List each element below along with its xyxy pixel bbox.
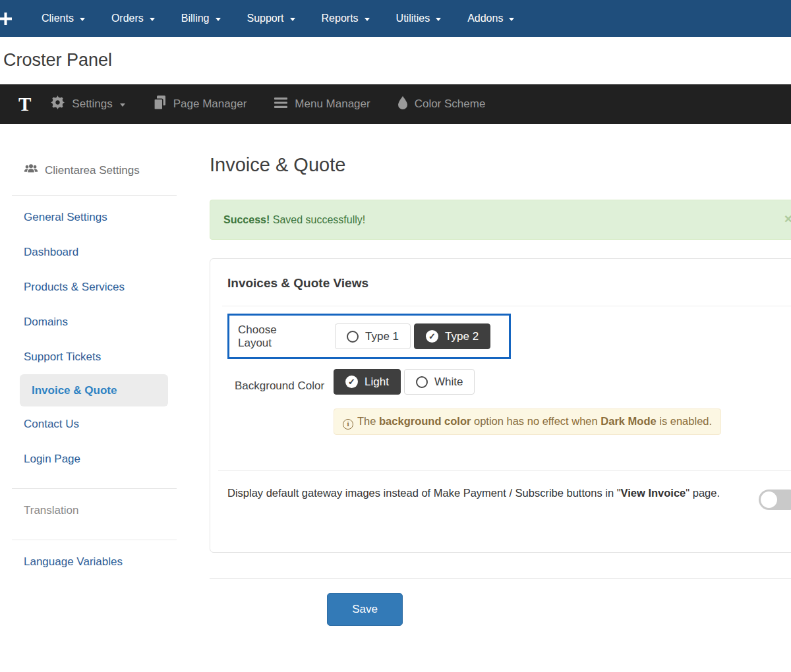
success-alert: Success! Saved successfully! × bbox=[210, 200, 791, 240]
nav-item-addons[interactable]: Addons bbox=[454, 0, 527, 37]
chevron-down-icon bbox=[150, 18, 155, 21]
gateway-images-toggle[interactable] bbox=[759, 490, 791, 510]
nav-item-label: Clients bbox=[42, 13, 74, 24]
nav-item-label: Billing bbox=[181, 13, 210, 24]
sidebar-item-support-tickets[interactable]: Support Tickets bbox=[24, 339, 210, 374]
note-bold: Dark Mode bbox=[601, 415, 656, 427]
sidebar-section-title: Clientarea Settings bbox=[45, 163, 140, 178]
chevron-down-icon bbox=[80, 18, 85, 21]
dark-mode-info-note: iThe background color option has no effe… bbox=[334, 408, 721, 435]
hamburger-icon bbox=[274, 98, 287, 111]
divider bbox=[222, 306, 791, 306]
admin-top-nav: Clients Orders Billing Support Reports U… bbox=[0, 0, 791, 37]
note-text: is enabled. bbox=[657, 415, 712, 427]
option-label: White bbox=[434, 376, 463, 389]
toolbar-item-page-manager[interactable]: Page Manager bbox=[153, 96, 247, 113]
note-text: option has no effect when bbox=[471, 415, 601, 427]
nav-item-utilities[interactable]: Utilities bbox=[383, 0, 455, 37]
sidebar-item-dashboard[interactable]: Dashboard bbox=[24, 235, 210, 269]
gateway-row-bold: View Invoice bbox=[621, 487, 686, 499]
gateway-row-text: Display default gateway images instead o… bbox=[227, 487, 621, 499]
layout-option-group: Type 1 ✓ Type 2 bbox=[335, 323, 490, 349]
radio-unchecked-icon bbox=[347, 331, 359, 343]
users-group-icon bbox=[24, 163, 38, 178]
option-label: Type 2 bbox=[445, 330, 479, 343]
close-icon[interactable]: × bbox=[784, 211, 791, 225]
sidebar-item-invoice-quote[interactable]: Invoice & Quote bbox=[20, 374, 168, 406]
gateway-row-text: " page. bbox=[686, 487, 720, 499]
sidebar-item-login-page[interactable]: Login Page bbox=[24, 441, 210, 476]
save-button[interactable]: Save bbox=[327, 593, 403, 626]
content-layout: Clientarea Settings General Settings Das… bbox=[0, 124, 791, 672]
plus-icon[interactable] bbox=[0, 13, 14, 25]
chevron-down-icon bbox=[436, 18, 441, 21]
main-content: Invoice & Quote Success! Saved successfu… bbox=[210, 124, 791, 672]
nav-item-billing[interactable]: Billing bbox=[168, 0, 234, 37]
sidebar-item-language-variables[interactable]: Language Variables bbox=[24, 544, 210, 579]
divider bbox=[12, 488, 177, 489]
page-title: Invoice & Quote bbox=[210, 154, 791, 175]
chevron-down-icon bbox=[216, 18, 221, 21]
alert-strong-text: Success! bbox=[223, 214, 270, 225]
divider bbox=[218, 470, 791, 471]
chevron-down-icon bbox=[290, 18, 295, 21]
gateway-images-row: Display default gateway images instead o… bbox=[227, 485, 748, 501]
sidebar-item-contact-us[interactable]: Contact Us bbox=[24, 406, 210, 441]
sidebar-item-translation: Translation bbox=[24, 493, 210, 528]
option-label: Type 1 bbox=[365, 330, 399, 343]
nav-item-label: Support bbox=[247, 13, 284, 24]
background-option-group: ✓ Light White bbox=[334, 369, 721, 395]
background-color-label: Background Color bbox=[235, 369, 334, 435]
toolbar-item-label: Page Manager bbox=[173, 98, 247, 111]
radio-unchecked-icon bbox=[416, 376, 428, 388]
toolbar-item-menu-manager[interactable]: Menu Manager bbox=[274, 98, 370, 111]
pages-icon bbox=[153, 96, 166, 113]
choose-layout-row: Choose Layout Type 1 ✓ Type 2 bbox=[227, 314, 511, 359]
background-color-row: Background Color ✓ Light White iThe b bbox=[227, 369, 778, 435]
toolbar-item-label: Settings bbox=[72, 98, 112, 111]
layout-option-type2[interactable]: ✓ Type 2 bbox=[414, 323, 490, 349]
toolbar-item-color-scheme[interactable]: Color Scheme bbox=[398, 96, 486, 113]
check-circle-icon: ✓ bbox=[426, 330, 438, 343]
note-bold: background color bbox=[379, 415, 471, 427]
nav-item-label: Reports bbox=[322, 13, 359, 24]
toolbar-item-label: Color Scheme bbox=[415, 98, 486, 111]
divider bbox=[12, 195, 177, 196]
top-nav-menu: Clients Orders Billing Support Reports U… bbox=[28, 0, 527, 37]
nav-item-label: Addons bbox=[467, 13, 503, 24]
settings-sidebar: Clientarea Settings General Settings Das… bbox=[0, 124, 210, 672]
nav-item-reports[interactable]: Reports bbox=[308, 0, 383, 37]
sidebar-item-products-services[interactable]: Products & Services bbox=[24, 269, 210, 304]
chevron-down-icon bbox=[365, 18, 370, 21]
option-label: Light bbox=[365, 376, 389, 389]
chevron-down-icon bbox=[509, 18, 514, 21]
nav-item-label: Orders bbox=[111, 13, 144, 24]
site-title: Croster Panel bbox=[3, 48, 791, 72]
nav-item-orders[interactable]: Orders bbox=[98, 0, 168, 37]
divider bbox=[12, 540, 177, 540]
toolbar-item-settings[interactable]: Settings bbox=[51, 96, 125, 113]
nav-item-support[interactable]: Support bbox=[234, 0, 308, 37]
nav-item-label: Utilities bbox=[396, 13, 430, 24]
nav-item-clients[interactable]: Clients bbox=[28, 0, 98, 37]
check-circle-icon: ✓ bbox=[345, 376, 358, 388]
invoice-quote-views-card: Invoices & Quote Views Choose Layout Typ… bbox=[210, 258, 791, 553]
sidebar-item-domains[interactable]: Domains bbox=[24, 304, 210, 339]
sidebar-section-clientarea-settings: Clientarea Settings bbox=[24, 163, 210, 178]
alert-message: Saved successfully! bbox=[270, 214, 365, 225]
layout-option-type1[interactable]: Type 1 bbox=[335, 323, 411, 349]
module-logo[interactable]: T bbox=[18, 94, 31, 114]
info-icon: i bbox=[343, 419, 353, 430]
background-option-light[interactable]: ✓ Light bbox=[334, 369, 401, 395]
note-text: The bbox=[357, 415, 379, 427]
choose-layout-label: Choose Layout bbox=[238, 323, 310, 350]
gear-icon bbox=[51, 96, 65, 113]
sidebar-item-general-settings[interactable]: General Settings bbox=[24, 200, 210, 235]
module-toolbar: T Settings Page Manager Menu Manager Col… bbox=[0, 84, 791, 124]
toolbar-item-label: Menu Manager bbox=[295, 98, 370, 111]
chevron-down-icon bbox=[120, 103, 125, 107]
toggle-knob bbox=[761, 491, 777, 508]
card-title: Invoices & Quote Views bbox=[227, 275, 778, 291]
divider bbox=[210, 578, 791, 579]
background-option-white[interactable]: White bbox=[404, 369, 475, 395]
